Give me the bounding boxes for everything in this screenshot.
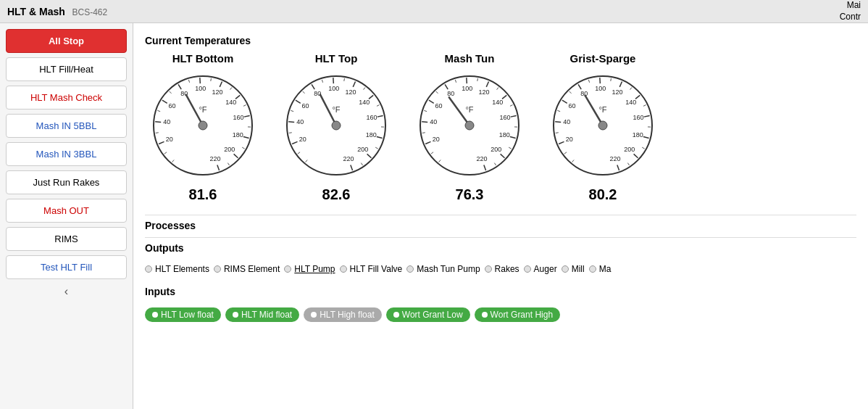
gauge-svg-hlt-top: 20406080100120140160180200220°F: [278, 67, 394, 183]
svg-point-151: [598, 121, 607, 130]
svg-text:200: 200: [357, 146, 368, 153]
svg-text:120: 120: [212, 88, 223, 96]
svg-text:60: 60: [302, 102, 309, 110]
svg-text:°F: °F: [332, 105, 340, 114]
output-dot-hlt-elements: [145, 265, 152, 273]
output-mill[interactable]: Mill: [562, 264, 585, 274]
temperatures-title: Current Temperatures: [145, 35, 856, 46]
svg-line-67: [344, 78, 345, 81]
input-wort-grant-low[interactable]: Wort Grant Low: [386, 307, 470, 322]
gauge-svg-mash-tun: 20406080100120140160180200220°F: [412, 67, 527, 183]
svg-line-79: [422, 122, 427, 123]
svg-line-143: [611, 78, 612, 81]
gauge-mash-tun: Mash Tun20406080100120140160180200220°F7…: [412, 52, 527, 203]
svg-text:40: 40: [430, 118, 437, 125]
svg-text:°F: °F: [199, 105, 206, 114]
svg-text:20: 20: [566, 136, 573, 143]
svg-text:160: 160: [233, 114, 243, 121]
svg-text:200: 200: [224, 146, 235, 153]
output-label-hlt-elements: HLT Elements: [155, 264, 209, 274]
sidebar-btn-just-run-rakes[interactable]: Just Run Rakes: [6, 170, 127, 194]
gauge-svg-hlt-bottom: 20406080100120140160180200220°F: [145, 67, 261, 183]
sidebar-btn-rims[interactable]: RIMS: [6, 227, 127, 251]
svg-line-139: [556, 133, 559, 133]
gauge-value-grist-sparge: 80.2: [589, 186, 617, 203]
sidebar-btn-hlt-fill-heat[interactable]: HLT Fill/Heat: [6, 57, 127, 81]
input-hlt-high-float[interactable]: HLT High float: [304, 307, 382, 322]
svg-text:°F: °F: [465, 105, 473, 114]
output-hlt-fill-valve[interactable]: HLT Fill Valve: [340, 264, 403, 274]
output-label-hlt-pump: HLT Pump: [294, 264, 335, 274]
output-hlt-elements[interactable]: HLT Elements: [145, 264, 209, 274]
svg-point-75: [332, 121, 341, 130]
svg-text:180: 180: [366, 131, 377, 139]
svg-text:160: 160: [633, 114, 643, 121]
output-auger[interactable]: Auger: [524, 264, 557, 274]
output-rims-element[interactable]: RIMS Element: [214, 264, 280, 274]
output-dot-hlt-pump: [284, 265, 291, 273]
svg-text:60: 60: [569, 102, 576, 110]
sidebar-btn-mash-in-5bbl[interactable]: Mash IN 5BBL: [6, 114, 127, 138]
output-ma[interactable]: Ma: [589, 264, 612, 274]
svg-text:100: 100: [595, 85, 606, 92]
svg-line-25: [156, 133, 159, 133]
svg-text:180: 180: [633, 131, 643, 139]
svg-line-105: [477, 78, 478, 81]
svg-text:80: 80: [580, 90, 588, 97]
output-hlt-pump[interactable]: HLT Pump: [284, 264, 335, 274]
svg-text:40: 40: [563, 118, 570, 125]
output-label-mill: Mill: [572, 264, 585, 274]
gauge-hlt-top: HLT Top20406080100120140160180200220°F82…: [278, 52, 394, 203]
svg-text:120: 120: [612, 88, 623, 96]
output-label-mash-tun-pump: Mash Tun Pump: [417, 264, 480, 274]
svg-text:60: 60: [435, 102, 443, 110]
output-label-ma: Ma: [599, 264, 612, 274]
outputs-title: Outputs: [145, 242, 856, 254]
svg-text:140: 140: [625, 99, 636, 106]
output-label-hlt-fill-valve: HLT Fill Valve: [350, 264, 403, 274]
svg-line-123: [600, 78, 601, 83]
input-dot-wort-grant-low: [393, 312, 399, 318]
svg-text:160: 160: [366, 114, 377, 121]
processes-title: Processes: [145, 220, 856, 231]
svg-text:100: 100: [328, 85, 339, 92]
input-dot-hlt-high-float: [311, 312, 317, 318]
sidebar-btn-test-hlt-fill[interactable]: Test HLT Fill: [6, 255, 127, 279]
input-hlt-low-float[interactable]: HLT Low float: [145, 307, 221, 322]
svg-text:180: 180: [233, 131, 243, 139]
svg-text:160: 160: [499, 114, 510, 121]
header-right: Mai Contr: [840, 0, 861, 22]
svg-line-85: [467, 78, 467, 83]
output-label-rakes: Rakes: [495, 264, 519, 274]
sidebar-btn-mash-in-3bbl[interactable]: Mash IN 3BBL: [6, 142, 127, 166]
inputs-title: Inputs: [145, 286, 856, 297]
outputs-row: HLT ElementsRIMS ElementHLT PumpHLT Fill…: [145, 260, 856, 278]
svg-point-113: [465, 121, 474, 130]
svg-text:200: 200: [491, 146, 501, 153]
input-hlt-mid-float[interactable]: HLT Mid float: [225, 307, 299, 322]
sidebar-btn-hlt-mash-check[interactable]: HLT Mash Check: [6, 86, 127, 110]
svg-text:140: 140: [492, 99, 503, 106]
sidebar-collapse-chevron[interactable]: ‹: [6, 284, 127, 299]
input-label-wort-grant-low: Wort Grant Low: [402, 310, 463, 320]
svg-line-47: [333, 78, 334, 83]
output-dot-ma: [589, 265, 596, 273]
output-mash-tun-pump[interactable]: Mash Tun Pump: [406, 264, 480, 274]
output-rakes[interactable]: Rakes: [485, 264, 519, 274]
input-wort-grant-high[interactable]: Wort Grant High: [475, 307, 560, 322]
output-dot-mash-tun-pump: [406, 265, 414, 273]
svg-text:100: 100: [462, 85, 472, 92]
output-dot-rims-element: [214, 265, 221, 273]
input-dot-wort-grant-high: [482, 312, 488, 318]
app-title: HLT & Mash: [7, 6, 65, 17]
svg-text:120: 120: [479, 88, 490, 96]
svg-text:180: 180: [499, 131, 510, 139]
svg-text:°F: °F: [598, 105, 606, 114]
input-label-hlt-mid-float: HLT Mid float: [241, 310, 292, 320]
svg-line-9: [200, 78, 201, 83]
svg-line-101: [422, 133, 425, 133]
svg-text:220: 220: [343, 155, 354, 162]
sidebar-btn-all-stop[interactable]: All Stop: [6, 29, 127, 53]
sidebar-btn-mash-out[interactable]: Mash OUT: [6, 199, 127, 223]
svg-text:140: 140: [359, 99, 370, 106]
